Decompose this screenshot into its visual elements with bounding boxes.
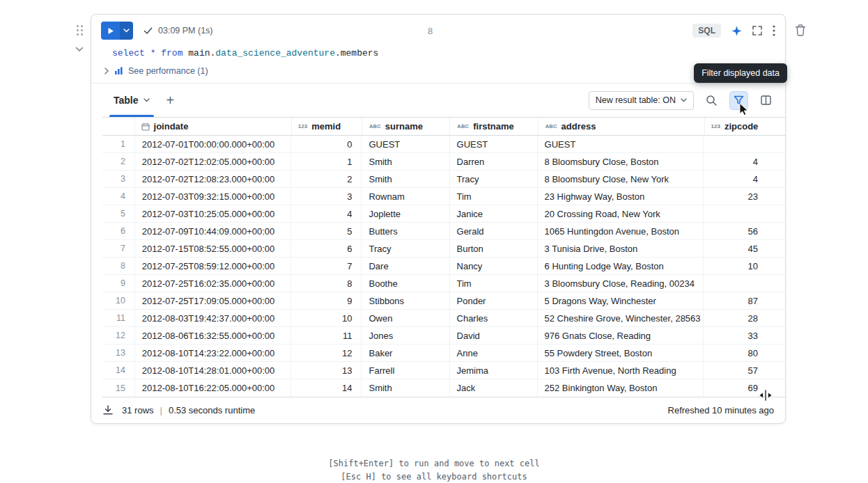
cell-surname[interactable]: Dare xyxy=(362,258,449,274)
cell-zipcode[interactable]: 4 xyxy=(704,153,785,170)
cell-zipcode[interactable]: 80 xyxy=(704,345,785,361)
cell-zipcode[interactable]: 69 xyxy=(704,379,785,397)
cell-firstname[interactable]: Jemima xyxy=(450,362,538,379)
cell-address[interactable]: 3 Tunisia Drive, Boston xyxy=(538,240,704,257)
cell-zipcode[interactable] xyxy=(704,205,785,222)
cell-memid[interactable]: 5 xyxy=(291,223,362,239)
cell-memid[interactable]: 11 xyxy=(291,327,362,344)
cell-joindate[interactable]: 2012-07-25T08:59:12.000+00:00 xyxy=(135,258,292,274)
cell-address[interactable]: 252 Binkington Way, Boston xyxy=(538,379,704,397)
sparkle-button[interactable] xyxy=(731,26,742,36)
cell-firstname[interactable]: Nancy xyxy=(450,258,538,274)
table-row[interactable]: 142012-08-10T14:28:01.000+00:0013Farrell… xyxy=(102,362,785,379)
column-header-firstname[interactable]: ABC firstname xyxy=(450,118,538,135)
table-row[interactable]: 42012-07-03T09:32:15.000+00:003RownamTim… xyxy=(102,188,785,205)
table-row[interactable]: 92012-07-25T16:02:35.000+00:008BootheTim… xyxy=(102,275,785,292)
table-row[interactable]: 32012-07-02T12:08:23.000+00:002SmithTrac… xyxy=(102,171,785,188)
column-header-joindate[interactable]: joindate xyxy=(135,118,292,135)
cell-surname[interactable]: Joplette xyxy=(362,205,449,222)
cell-memid[interactable]: 10 xyxy=(291,310,362,326)
cell-address[interactable]: 20 Crossing Road, New York xyxy=(538,205,704,222)
cell-address[interactable]: 8 Bloomsbury Close, Boston xyxy=(538,153,704,170)
table-row[interactable]: 112012-08-03T19:42:37.000+00:0010OwenCha… xyxy=(102,310,785,327)
cell-memid[interactable]: 0 xyxy=(291,136,362,152)
cell-memid[interactable]: 14 xyxy=(291,379,362,397)
cell-firstname[interactable]: Tracy xyxy=(450,171,538,187)
table-row[interactable]: 152012-08-10T16:22:05.000+00:0014SmithJa… xyxy=(102,379,785,397)
new-result-table-select[interactable]: New result table: ON xyxy=(589,91,694,110)
cell-memid[interactable]: 4 xyxy=(291,205,362,222)
cell-address[interactable]: 1065 Huntingdon Avenue, Boston xyxy=(538,223,704,239)
cell-firstname[interactable]: Burton xyxy=(450,240,538,257)
drag-handle-icon[interactable] xyxy=(77,25,83,35)
collapse-cell-chevron-icon[interactable] xyxy=(75,47,84,52)
add-result-tab-button[interactable]: + xyxy=(166,93,175,107)
delete-cell-button[interactable] xyxy=(795,24,806,36)
cell-zipcode[interactable]: 23 xyxy=(704,188,785,205)
cell-address[interactable]: 3 Bloomsbury Close, Reading, 00234 xyxy=(538,275,704,292)
table-row[interactable]: 62012-07-09T10:44:09.000+00:005ButtersGe… xyxy=(102,223,785,240)
cell-firstname[interactable]: Darren xyxy=(450,153,538,170)
search-results-button[interactable] xyxy=(702,91,721,110)
table-row[interactable]: 122012-08-06T16:32:55.000+00:0011JonesDa… xyxy=(102,327,785,345)
cell-surname[interactable]: Farrell xyxy=(362,362,449,379)
cell-zipcode[interactable]: 28 xyxy=(704,310,785,326)
cell-address[interactable]: 8 Bloomsbury Close, New York xyxy=(538,171,704,187)
cell-firstname[interactable]: Charles xyxy=(450,310,538,326)
cell-joindate[interactable]: 2012-07-03T10:25:05.000+00:00 xyxy=(135,205,292,222)
cell-firstname[interactable]: David xyxy=(450,327,538,344)
cell-joindate[interactable]: 2012-07-01T00:00:00.000+00:00 xyxy=(135,136,292,152)
cell-surname[interactable]: Boothe xyxy=(362,275,449,292)
filter-results-button[interactable] xyxy=(729,91,748,110)
run-options-button[interactable] xyxy=(120,22,133,40)
cell-surname[interactable]: Stibbons xyxy=(362,292,449,309)
cell-zipcode[interactable]: 33 xyxy=(704,327,785,344)
table-row[interactable]: 132012-08-10T14:23:22.000+00:0012BakerAn… xyxy=(102,345,785,362)
columns-toggle-button[interactable] xyxy=(757,91,775,110)
table-row[interactable]: 102012-07-25T17:09:05.000+00:009Stibbons… xyxy=(102,292,785,310)
cell-zipcode[interactable]: 45 xyxy=(704,240,785,257)
cell-firstname[interactable]: Ponder xyxy=(450,292,538,309)
cell-zipcode[interactable] xyxy=(704,275,785,292)
cell-address[interactable]: 976 Gnats Close, Reading xyxy=(538,327,704,344)
cell-surname[interactable]: Owen xyxy=(362,310,449,326)
cell-address[interactable]: 23 Highway Way, Boston xyxy=(538,188,704,205)
cell-address[interactable]: 5 Dragons Way, Winchester xyxy=(538,292,704,309)
cell-memid[interactable]: 3 xyxy=(291,188,362,205)
cell-zipcode[interactable]: 56 xyxy=(704,223,785,239)
cell-memid[interactable]: 12 xyxy=(291,345,362,361)
cell-firstname[interactable]: Tim xyxy=(450,275,538,292)
cell-address[interactable]: 6 Hunting Lodge Way, Boston xyxy=(538,258,704,274)
cell-memid[interactable]: 9 xyxy=(291,292,362,309)
cell-zipcode[interactable]: 57 xyxy=(704,362,785,379)
cell-joindate[interactable]: 2012-08-03T19:42:37.000+00:00 xyxy=(135,310,292,326)
fullscreen-button[interactable] xyxy=(752,26,762,35)
cell-memid[interactable]: 8 xyxy=(291,275,362,292)
cell-joindate[interactable]: 2012-08-10T14:28:01.000+00:00 xyxy=(135,362,292,379)
cell-zipcode[interactable] xyxy=(704,136,785,152)
cell-joindate[interactable]: 2012-07-03T09:32:15.000+00:00 xyxy=(135,188,292,205)
tab-table[interactable]: Table xyxy=(114,84,150,117)
cell-joindate[interactable]: 2012-07-25T16:02:35.000+00:00 xyxy=(135,275,292,292)
run-button[interactable] xyxy=(101,22,133,40)
cell-zipcode[interactable]: 10 xyxy=(704,258,785,274)
column-header-address[interactable]: ABC address xyxy=(538,118,705,135)
cell-joindate[interactable]: 2012-07-09T10:44:09.000+00:00 xyxy=(135,223,292,239)
cell-surname[interactable]: Smith xyxy=(362,171,449,187)
cell-zipcode[interactable]: 87 xyxy=(704,292,785,309)
column-header-zipcode[interactable]: 123 zipcode xyxy=(705,118,785,135)
cell-joindate[interactable]: 2012-07-02T12:08:23.000+00:00 xyxy=(135,171,292,187)
cell-zipcode[interactable]: 4 xyxy=(704,171,785,187)
cell-surname[interactable]: Jones xyxy=(362,327,449,344)
performance-link[interactable]: See performance (1) xyxy=(128,66,208,76)
cell-memid[interactable]: 7 xyxy=(291,258,362,274)
cell-surname[interactable]: Smith xyxy=(362,379,449,397)
cell-address[interactable]: GUEST xyxy=(538,136,704,152)
cell-address[interactable]: 55 Powdery Street, Boston xyxy=(538,345,704,361)
table-row[interactable]: 52012-07-03T10:25:05.000+00:004JopletteJ… xyxy=(102,205,785,223)
column-header-surname[interactable]: ABC surname xyxy=(362,118,450,135)
cell-firstname[interactable]: Jack xyxy=(450,379,538,397)
download-results-button[interactable] xyxy=(102,405,114,415)
column-header-memid[interactable]: 123 memid xyxy=(292,118,362,135)
cell-memid[interactable]: 13 xyxy=(291,362,362,379)
